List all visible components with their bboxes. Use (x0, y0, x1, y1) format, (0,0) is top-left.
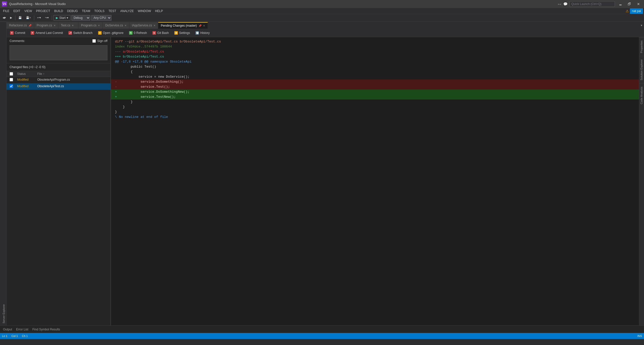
restore-button[interactable]: 🗗 (626, 1, 633, 7)
back-button[interactable]: ◀▾ (1, 15, 8, 21)
menu-view[interactable]: VIEW (22, 9, 34, 13)
tab-pending-label: Pending Changes (master) (161, 24, 197, 27)
tab-test-close[interactable]: ✕ (72, 24, 74, 27)
diff-line-index: index fd34dce..574497b 100644 (111, 44, 639, 49)
user-button[interactable]: nat pal (630, 8, 643, 14)
menu-edit[interactable]: EDIT (11, 9, 22, 13)
menu-team[interactable]: TEAM (80, 9, 92, 13)
tab-refactorer[interactable]: Refactorer.cs 📌 (7, 22, 34, 29)
tab-doservice-close[interactable]: ✕ (125, 24, 127, 27)
tab-test[interactable]: Test.cs ✕ (58, 22, 78, 29)
platform-select[interactable]: Any CPU x86 x64 (91, 15, 111, 21)
menu-analyze[interactable]: ANALYZE (118, 9, 136, 13)
open-gitignore-button[interactable]: ✦ Open .gitignore (96, 30, 126, 36)
diff-line-rem1: - service.DoSomething(); (111, 79, 639, 84)
git-bash-button[interactable]: $ Git Bash (150, 30, 171, 36)
changed-files-header: Changed files (+0 ~2 -0 !0) (7, 63, 110, 71)
history-button[interactable]: 🕐 History (193, 30, 212, 36)
gitbash-label: Git Bash (157, 31, 169, 35)
tab-program2[interactable]: Program.cs ✕ (78, 22, 103, 29)
title-right-area: ⧟ 💬 🗕 🗗 ✕ (558, 1, 642, 7)
tab-bar: Refactorer.cs 📌 Program.cs ✕ Test.cs ✕ P… (7, 22, 644, 29)
switch-branch-button[interactable]: ⎇ Switch Branch (66, 30, 95, 36)
file-program-checkbox-cell (10, 78, 17, 82)
menu-build[interactable]: BUILD (52, 9, 65, 13)
files-table: Modified ObsoleteApi/Program.cs Modified… (7, 77, 110, 325)
menu-test[interactable]: TEST (106, 9, 118, 13)
debug-config-select[interactable]: Debug Release (71, 15, 90, 21)
toolbar-sep-1 (15, 15, 15, 20)
comments-section: Comments: Sign off (7, 37, 110, 63)
amend-last-commit-button[interactable]: ✦ Amend Last Commit (28, 30, 65, 36)
diff-content[interactable]: diff --git a/ObsoleteApi/Test.cs b/Obsol… (111, 37, 639, 325)
warning-icon: ⚠ (626, 9, 629, 13)
diff-line-3: service = new DoService(); (111, 74, 639, 79)
tab-program2-label: Program.cs (81, 24, 96, 27)
commit-button[interactable]: ✦ Commit (8, 30, 28, 36)
toolbar-sep-2 (34, 15, 34, 20)
sign-off-checkbox[interactable] (92, 39, 96, 43)
file-row-program[interactable]: Modified ObsoleteApi/Program.cs (7, 77, 110, 83)
sidebar-server-explorer[interactable]: Server Explorer (1, 22, 6, 325)
file-program-checkbox[interactable] (10, 78, 13, 81)
start-label: Start (59, 16, 65, 20)
fwd-button[interactable]: ▶ (9, 15, 14, 21)
menu-file[interactable]: FILE (1, 9, 11, 13)
sidebar-toolbox[interactable]: Toolbox (0, 22, 1, 325)
close-button[interactable]: ✕ (635, 1, 642, 7)
tab-doservice[interactable]: DoService.cs ✕ (103, 22, 129, 29)
tab-program2-close[interactable]: ✕ (98, 24, 100, 27)
vs-icon: VS (2, 2, 7, 7)
tab-program1-close[interactable]: ✕ (54, 24, 56, 27)
file-test-checkbox[interactable] (10, 84, 13, 88)
select-all-checkbox[interactable] (10, 72, 13, 76)
refresh-button[interactable]: ↻ 0 Refresh (127, 30, 149, 36)
menu-window[interactable]: WINDOW (136, 9, 153, 13)
col-status[interactable]: Status (17, 72, 37, 76)
menu-bar: FILE EDIT VIEW PROJECT BUILD DEBUG TEAM … (0, 8, 644, 14)
col-checkbox (10, 72, 17, 76)
error-list-tab[interactable]: Error List (16, 327, 28, 332)
left-sidebar: Server Explorer Toolbox Performance Expl… (0, 22, 7, 325)
file-program-status: Modified (17, 78, 37, 82)
save-button[interactable]: 💾 (17, 15, 23, 21)
comments-header: Comments: Sign off (10, 39, 107, 43)
tab-refactorer-pin[interactable]: 📌 (28, 24, 31, 27)
start-dropdown-icon: ▾ (67, 16, 68, 20)
tab-pending-close[interactable]: ✕ (203, 24, 205, 27)
start-button[interactable]: ▶ Start ▾ (54, 15, 70, 21)
tab-iappservice[interactable]: IAppService.cs ✕ (129, 22, 158, 29)
find-symbol-results-tab[interactable]: Find Symbol Results (32, 327, 60, 332)
comments-textarea[interactable] (10, 45, 107, 60)
sidebar-properties[interactable]: Properties (639, 37, 644, 56)
redo-button[interactable]: ↪▾ (44, 15, 50, 21)
menu-help[interactable]: HELP (153, 9, 165, 13)
col-file[interactable]: File ↑ (37, 72, 107, 76)
save-all-button[interactable]: 💾+ (24, 15, 32, 21)
tab-pending-pin[interactable]: 📌 (198, 24, 202, 27)
tab-pending-changes[interactable]: Pending Changes (master) 📌 ✕ (158, 22, 208, 29)
status-col: Col 1 (11, 334, 18, 337)
minimize-button[interactable]: 🗕 (617, 1, 624, 7)
switch-label: Switch Branch (73, 31, 93, 35)
output-tab[interactable]: Output (3, 327, 12, 332)
history-label: History (200, 31, 210, 35)
settings-button[interactable]: ⚙ Settings (172, 30, 192, 36)
menu-debug[interactable]: DEBUG (65, 9, 80, 13)
status-ins: INS (637, 334, 642, 337)
menu-project[interactable]: PROJECT (34, 9, 52, 13)
tab-program1[interactable]: Program.cs ✕ (34, 22, 58, 29)
menu-tools[interactable]: TOOLS (92, 9, 106, 13)
diff-line-rem2: - service.Test(); (111, 84, 639, 89)
file-row-test[interactable]: Modified ObsoleteApi/Test.cs (7, 83, 110, 90)
quick-launch-input[interactable] (570, 1, 615, 7)
tab-overflow-button[interactable]: ▾ (639, 22, 644, 29)
status-ln: Ln 1 (2, 334, 7, 337)
sidebar-solution-explorer[interactable]: Solution Explorer (639, 56, 644, 83)
sidebar-code-analysis[interactable]: Code Analysis (639, 83, 644, 107)
toolbar-sep-3 (52, 15, 52, 20)
undo-button[interactable]: ↩▾ (36, 15, 43, 21)
tab-iappservice-close[interactable]: ✕ (153, 24, 155, 27)
tab-program1-label: Program.cs (37, 24, 52, 27)
file-test-checkbox-cell (10, 84, 17, 89)
